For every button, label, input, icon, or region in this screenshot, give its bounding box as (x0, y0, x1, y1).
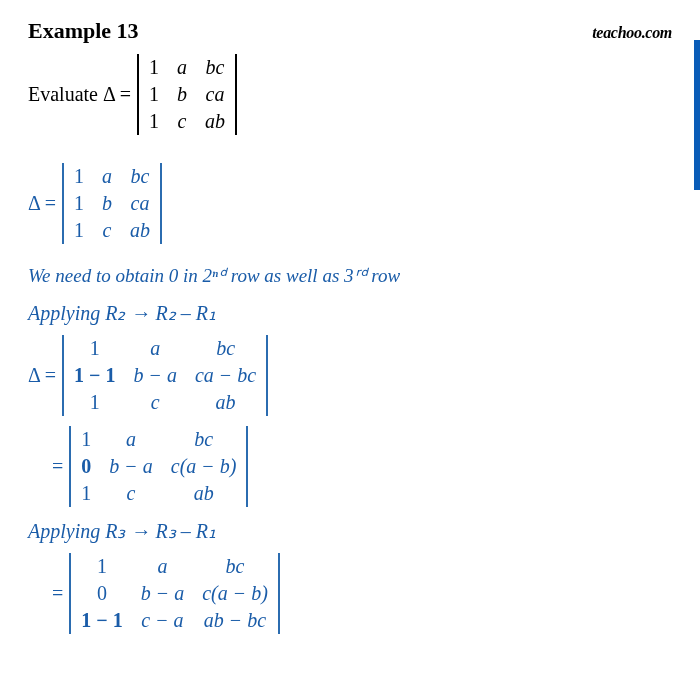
cell: a (133, 337, 177, 360)
evaluate-label: Evaluate Δ = (28, 83, 131, 106)
step4-determinant: 1 a bc 0 b − a c(a − b) 1 − 1 c − a ab −… (69, 553, 280, 634)
cell: ca (205, 83, 225, 106)
cell: c(a − b) (202, 582, 268, 605)
cell: 1 (81, 555, 122, 578)
cell: ab (205, 110, 225, 133)
cell: 1 − 1 (81, 609, 122, 632)
cell: c (133, 391, 177, 414)
cell: b − a (109, 455, 153, 478)
cell: ab (130, 219, 150, 242)
cell: 1 (149, 83, 159, 106)
cell: 1 (149, 56, 159, 79)
accent-bar (694, 40, 700, 190)
det-bar-right (160, 163, 162, 244)
cell: ab (195, 391, 256, 414)
delta-label: Δ = (28, 192, 56, 215)
cell: 1 (81, 482, 91, 505)
apply-r2: Applying R₂ → R₂ – R₁ (28, 301, 672, 325)
cell: 1 − 1 (74, 364, 115, 387)
cell: bc (130, 165, 150, 188)
page-header: Example 13 teachoo.com (0, 0, 700, 44)
cell: a (141, 555, 185, 578)
det-bar-right (235, 54, 237, 135)
eq-label: = (52, 582, 63, 605)
cell: 1 (81, 428, 91, 451)
step2-determinant: 1 a bc 1 − 1 b − a ca − bc 1 c ab (62, 335, 268, 416)
cell: bc (171, 428, 237, 451)
cell: 1 (74, 219, 84, 242)
step3-determinant: 1 a bc 0 b − a c(a − b) 1 c ab (69, 426, 248, 507)
cell: c(a − b) (171, 455, 237, 478)
cell: b (102, 192, 112, 215)
cell: c (109, 482, 153, 505)
cell: c − a (141, 609, 185, 632)
step4-row: = 1 a bc 0 b − a c(a − b) 1 − 1 c − a ab… (52, 553, 672, 634)
cell: ca (130, 192, 150, 215)
problem-row: Evaluate Δ = 1 a bc 1 b ca 1 c ab (28, 54, 672, 135)
step2-row: Δ = 1 a bc 1 − 1 b − a ca − bc 1 c ab (28, 335, 672, 416)
det-bar-right (246, 426, 248, 507)
cell: ab − bc (202, 609, 268, 632)
cell: 1 (74, 165, 84, 188)
cell: 1 (149, 110, 159, 133)
cell: a (177, 56, 187, 79)
cell: 0 (81, 582, 122, 605)
step1-determinant: 1 a bc 1 b ca 1 c ab (62, 163, 162, 244)
cell: b − a (133, 364, 177, 387)
delta-label: Δ = (28, 364, 56, 387)
det-bar-right (278, 553, 280, 634)
det-bar-right (266, 335, 268, 416)
cell: bc (205, 56, 225, 79)
example-title: Example 13 (28, 18, 139, 44)
cell: 0 (81, 455, 91, 478)
content-area: Evaluate Δ = 1 a bc 1 b ca 1 c ab Δ = 1 … (0, 44, 700, 634)
cell: c (102, 219, 112, 242)
brand-name: teachoo.com (592, 24, 672, 42)
cell: 1 (74, 391, 115, 414)
cell: ca − bc (195, 364, 256, 387)
cell: 1 (74, 192, 84, 215)
hint-note: We need to obtain 0 in 2ⁿᵈ row as well a… (28, 264, 672, 287)
cell: a (109, 428, 153, 451)
problem-determinant: 1 a bc 1 b ca 1 c ab (137, 54, 237, 135)
cell: bc (202, 555, 268, 578)
cell: ab (171, 482, 237, 505)
cell: bc (195, 337, 256, 360)
eq-label: = (52, 455, 63, 478)
step3-row: = 1 a bc 0 b − a c(a − b) 1 c ab (52, 426, 672, 507)
cell: 1 (74, 337, 115, 360)
step1-row: Δ = 1 a bc 1 b ca 1 c ab (28, 163, 672, 244)
apply-r3: Applying R₃ → R₃ – R₁ (28, 519, 672, 543)
cell: a (102, 165, 112, 188)
cell: b − a (141, 582, 185, 605)
cell: c (177, 110, 187, 133)
cell: b (177, 83, 187, 106)
